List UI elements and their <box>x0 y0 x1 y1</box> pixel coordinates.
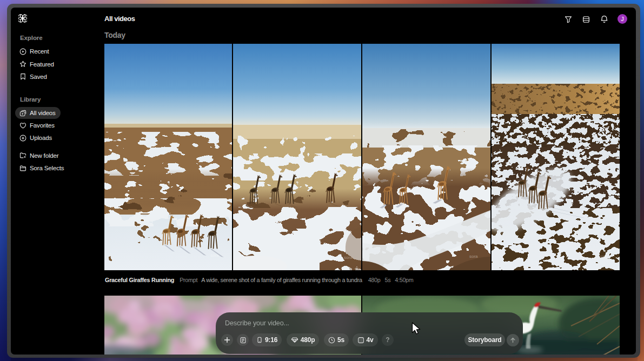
svg-text:sora: sora <box>469 254 478 259</box>
svg-text:sora: sora <box>210 253 219 258</box>
svg-text:sora: sora <box>599 254 607 259</box>
svg-text:sora: sora <box>344 255 353 260</box>
